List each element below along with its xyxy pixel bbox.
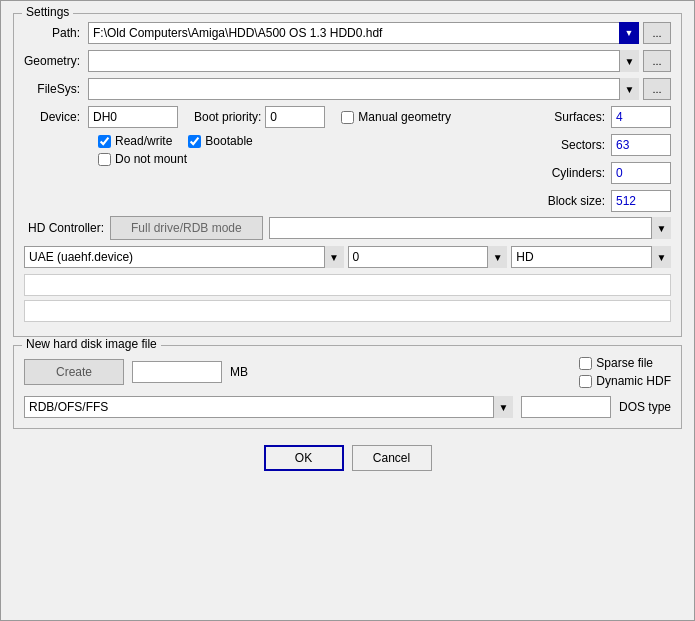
format-row: RDB/OFS/FFS ▼ DOS type	[24, 396, 671, 418]
do-not-mount-group: Do not mount	[24, 152, 511, 166]
readwrite-group: Read/write	[98, 134, 172, 148]
geometry-select[interactable]	[88, 50, 639, 72]
cylinders-label: Cylinders:	[545, 166, 605, 180]
sparse-file-label: Sparse file	[596, 356, 653, 370]
uae-row: UAE (uaehf.device) ▼ 0 ▼ HD ▼	[24, 246, 671, 268]
block-size-row: Block size:	[511, 190, 671, 212]
surfaces-row: Surfaces:	[511, 106, 671, 128]
filesys-browse-button[interactable]: ...	[643, 78, 671, 100]
new-hdf-group: New hard disk image file Create MB Spars…	[13, 345, 682, 429]
device-group: Device:	[24, 106, 178, 128]
path-label: Path:	[24, 26, 84, 40]
ok-button[interactable]: OK	[264, 445, 344, 471]
filesys-select[interactable]	[88, 78, 639, 100]
device-row: Device: Boot priority: Manual geometry	[24, 106, 511, 128]
geometry-row: Geometry: ▼ ...	[24, 50, 671, 72]
mb-label: MB	[230, 365, 248, 379]
hd-controller-row: HD Controller: Full drive/RDB mode ▼	[24, 216, 671, 240]
filesys-select-wrapper: ▼	[88, 78, 639, 100]
dos-type-input[interactable]	[521, 396, 611, 418]
dynamic-hdf-label: Dynamic HDF	[596, 374, 671, 388]
controller-select-wrapper: ▼	[269, 217, 671, 239]
manual-geometry-label: Manual geometry	[358, 110, 451, 124]
checkboxes-row1: Read/write Bootable	[24, 134, 511, 148]
block-size-input[interactable]	[611, 190, 671, 212]
block-size-label: Block size:	[545, 194, 605, 208]
cancel-button[interactable]: Cancel	[352, 445, 432, 471]
readwrite-checkbox[interactable]	[98, 135, 111, 148]
new-hdf-title: New hard disk image file	[22, 337, 161, 351]
cylinders-row: Cylinders:	[511, 162, 671, 184]
format-select[interactable]: RDB/OFS/FFS	[24, 396, 513, 418]
uae-num-select[interactable]: 0	[348, 246, 508, 268]
geometry-label: Geometry:	[24, 54, 84, 68]
boot-priority-input[interactable]	[265, 106, 325, 128]
readwrite-label: Read/write	[115, 134, 172, 148]
settings-group: Settings Path: ▼ ... Geometry: ▼	[13, 13, 682, 337]
path-dropdown-arrow: ▼	[619, 22, 639, 44]
uae-num-wrapper: 0 ▼	[348, 246, 508, 268]
do-not-mount-checkbox[interactable]	[98, 153, 111, 166]
dynamic-hdf-checkbox[interactable]	[579, 375, 592, 388]
surfaces-label: Surfaces:	[545, 110, 605, 124]
cylinders-input[interactable]	[611, 162, 671, 184]
manual-geometry-group: Manual geometry	[341, 110, 451, 124]
bootable-checkbox[interactable]	[188, 135, 201, 148]
sectors-label: Sectors:	[545, 138, 605, 152]
uae-device-select[interactable]: UAE (uaehf.device)	[24, 246, 344, 268]
path-input-wrapper: ▼	[88, 22, 639, 44]
bootable-group: Bootable	[188, 134, 252, 148]
uae-device-wrapper: UAE (uaehf.device) ▼	[24, 246, 344, 268]
boot-priority-label: Boot priority:	[194, 110, 261, 124]
uae-hd-select[interactable]: HD	[511, 246, 671, 268]
empty-bar-1	[24, 274, 671, 296]
full-drive-button[interactable]: Full drive/RDB mode	[110, 216, 263, 240]
path-browse-button[interactable]: ...	[643, 22, 671, 44]
geometry-select-wrapper: ▼	[88, 50, 639, 72]
format-select-wrapper: RDB/OFS/FFS ▼	[24, 396, 513, 418]
mb-input[interactable]	[132, 361, 222, 383]
device-input[interactable]	[88, 106, 178, 128]
footer: OK Cancel	[13, 445, 682, 471]
hd-controller-label: HD Controller:	[24, 221, 104, 235]
sparse-file-checkbox[interactable]	[579, 357, 592, 370]
sectors-input[interactable]	[611, 134, 671, 156]
sparse-file-group: Sparse file	[579, 356, 671, 370]
manual-geometry-checkbox[interactable]	[341, 111, 354, 124]
create-row: Create MB Sparse file Dynamic HDF	[24, 356, 671, 388]
geometry-browse-button[interactable]: ...	[643, 50, 671, 72]
device-label: Device:	[24, 110, 84, 124]
bootable-label: Bootable	[205, 134, 252, 148]
empty-bar-2	[24, 300, 671, 322]
settings-group-title: Settings	[22, 5, 73, 19]
uae-hd-wrapper: HD ▼	[511, 246, 671, 268]
controller-select[interactable]	[269, 217, 671, 239]
filesys-row: FileSys: ▼ ...	[24, 78, 671, 100]
dynamic-hdf-group: Dynamic HDF	[579, 374, 671, 388]
sectors-row: Sectors:	[511, 134, 671, 156]
main-window: Settings Path: ▼ ... Geometry: ▼	[0, 0, 695, 621]
boot-priority-group: Boot priority:	[194, 106, 325, 128]
do-not-mount-label: Do not mount	[115, 152, 187, 166]
geometry-values-panel: Surfaces: Sectors: Cylinders: Block size…	[511, 106, 671, 212]
create-button[interactable]: Create	[24, 359, 124, 385]
path-input[interactable]	[88, 22, 639, 44]
dos-type-label: DOS type	[619, 400, 671, 414]
sparse-options: Sparse file Dynamic HDF	[579, 356, 671, 388]
filesys-label: FileSys:	[24, 82, 84, 96]
surfaces-input[interactable]	[611, 106, 671, 128]
path-row: Path: ▼ ...	[24, 22, 671, 44]
